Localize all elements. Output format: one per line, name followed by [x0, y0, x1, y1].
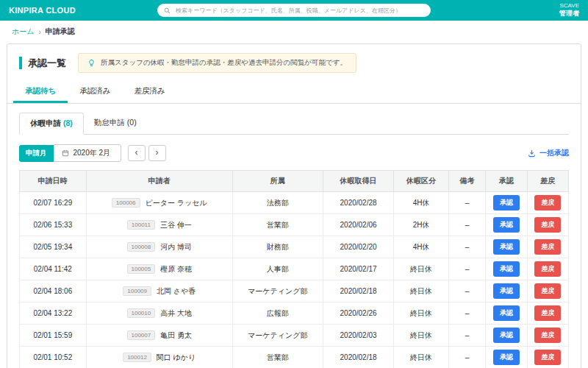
applicant-cell: 100007 亀田 勇太	[86, 325, 232, 347]
approve-cell: 承認	[486, 325, 527, 347]
leave-type: 4H休	[394, 236, 448, 258]
approve-cell: 承認	[486, 236, 527, 258]
search-icon	[164, 7, 171, 14]
bulk-approve-link[interactable]: 一括承認	[528, 148, 569, 158]
reject-button[interactable]: 差戻	[534, 195, 561, 210]
note: –	[448, 236, 485, 258]
staff-name: 高井 大地	[160, 308, 192, 319]
department: 広報部	[232, 302, 323, 325]
leave-date: 2020/02/28	[323, 192, 394, 214]
applicant-cell: 100005 樫原 奈穂	[86, 258, 232, 280]
reject-cell: 差戻	[527, 236, 568, 258]
calendar-icon	[62, 149, 69, 157]
reject-cell: 差戻	[527, 302, 568, 325]
table-row: 02/04 13:22 100010 高井 大地 広報部 2020/02/26 …	[20, 302, 569, 325]
staff-name: ピーター ラッセル	[146, 198, 207, 208]
approve-button[interactable]: 承認	[493, 305, 520, 321]
tab-leave-count: (8)	[63, 118, 73, 127]
column-header: 休暇区分	[394, 171, 448, 192]
month-filter-label: 申請月	[19, 145, 54, 162]
breadcrumb-home-link[interactable]: ホーム	[12, 26, 34, 37]
table-row: 02/05 19:34 100008 河内 博司 財務部 2020/02/20 …	[20, 236, 569, 258]
global-search[interactable]	[157, 4, 431, 17]
department: 法務部	[232, 192, 323, 214]
leave-date: 2020/02/06	[323, 214, 394, 236]
column-header: 承認	[486, 171, 527, 192]
reject-button[interactable]: 差戻	[534, 283, 561, 299]
tab-attendance-count: (0)	[127, 118, 137, 127]
note: –	[448, 347, 485, 368]
card-body: 休暇申請(8) 勤怠申請(0) 申請月 2020年 2月 ‹ › 一括承認	[7, 104, 581, 368]
leave-type: 終日休	[394, 302, 448, 325]
filter-row: 申請月 2020年 2月 ‹ › 一括承認	[19, 144, 569, 162]
status-tabs: 承認待ち 承認済み 差戻済み	[7, 80, 581, 104]
tab-pending[interactable]: 承認待ち	[13, 80, 68, 103]
user-menu[interactable]: SCAVE 管理者	[559, 2, 579, 18]
tab-leave-label: 休暇申請	[30, 118, 61, 127]
leave-type: 終日休	[394, 325, 448, 347]
reject-button[interactable]: 差戻	[534, 239, 561, 255]
approve-button[interactable]: 承認	[493, 350, 520, 365]
reject-cell: 差戻	[527, 325, 568, 347]
approve-button[interactable]: 承認	[493, 261, 520, 277]
tab-attendance-label: 勤怠申請	[94, 118, 125, 127]
staff-name: 北岡 さや香	[157, 286, 196, 297]
column-header: 休暇取得日	[323, 171, 394, 192]
department: 営業部	[232, 214, 323, 236]
approve-button[interactable]: 承認	[493, 283, 520, 299]
staff-code-badge: 100011	[127, 220, 155, 230]
prev-month-button[interactable]: ‹	[128, 145, 146, 161]
applicant-cell: 100012 関口 ゆかり	[86, 347, 232, 368]
tab-rejected[interactable]: 差戻済み	[123, 80, 177, 103]
request-datetime: 02/06 15:33	[20, 214, 87, 236]
note: –	[448, 325, 485, 347]
reject-cell: 差戻	[527, 258, 568, 280]
request-datetime: 02/04 18:06	[20, 280, 87, 302]
column-header: 差戻	[527, 171, 568, 192]
column-header: 申請日時	[20, 171, 87, 192]
reject-button[interactable]: 差戻	[534, 305, 561, 321]
tab-leave-requests[interactable]: 休暇申請(8)	[19, 113, 84, 135]
request-datetime: 02/01 10:52	[20, 347, 87, 368]
table-row: 02/07 16:29 100006 ピーター ラッセル 法務部 2020/02…	[20, 192, 569, 214]
tab-attendance-requests[interactable]: 勤怠申請(0)	[84, 113, 147, 135]
reject-button[interactable]: 差戻	[534, 328, 561, 343]
search-input[interactable]	[174, 7, 424, 15]
staff-code-badge: 100010	[127, 308, 156, 318]
reject-button[interactable]: 差戻	[534, 261, 561, 277]
lightbulb-icon	[87, 59, 96, 67]
staff-name: 三谷 伸一	[160, 220, 192, 230]
tab-approved[interactable]: 承認済み	[68, 80, 122, 103]
table-row: 02/01 10:52 100012 関口 ゆかり 営業部 2020/02/18…	[20, 347, 569, 368]
staff-name: 樫原 奈穂	[160, 264, 192, 275]
month-picker-input[interactable]: 2020年 2月	[54, 144, 121, 162]
brand-logo[interactable]: KINPIRA CLOUD	[9, 6, 76, 15]
leave-date: 2020/02/18	[323, 280, 394, 302]
staff-code-badge: 100006	[112, 198, 140, 208]
reject-button[interactable]: 差戻	[534, 350, 561, 365]
approve-button[interactable]: 承認	[493, 328, 520, 343]
reject-button[interactable]: 差戻	[534, 217, 561, 233]
leave-type: 終日休	[394, 258, 448, 280]
department: マーケティング部	[232, 325, 323, 347]
approve-button[interactable]: 承認	[493, 239, 520, 255]
top-header: KINPIRA CLOUD SCAVE 管理者	[0, 0, 588, 21]
approve-button[interactable]: 承認	[493, 217, 520, 233]
info-text: 所属スタッフの休暇・勤怠申請の承認・差戻や過去申請分の閲覧が可能です。	[101, 58, 347, 68]
approve-button[interactable]: 承認	[493, 195, 520, 210]
staff-code-badge: 100012	[123, 353, 151, 362]
request-datetime: 02/04 13:22	[20, 302, 87, 325]
staff-name: 河内 博司	[160, 242, 192, 252]
page-title: 承認一覧	[19, 57, 66, 70]
staff-code-badge: 100009	[123, 286, 151, 296]
staff-name: 亀田 勇太	[160, 330, 192, 341]
applicant-cell: 100008 河内 博司	[86, 236, 232, 258]
approve-cell: 承認	[486, 280, 527, 302]
note: –	[448, 280, 485, 302]
leave-type: 終日休	[394, 347, 448, 368]
request-datetime: 02/07 16:29	[20, 192, 87, 214]
next-month-button[interactable]: ›	[148, 145, 166, 161]
note: –	[448, 302, 485, 325]
leave-type: 2H休	[394, 214, 448, 236]
reject-cell: 差戻	[527, 280, 568, 302]
